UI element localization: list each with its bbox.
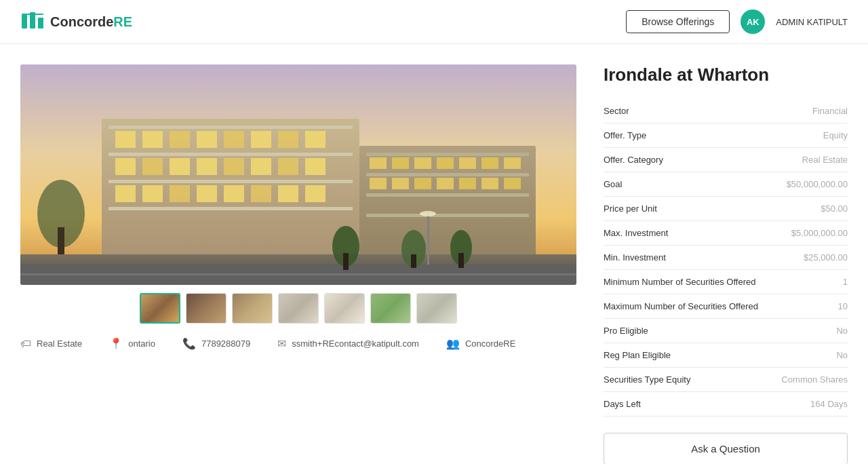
user-avatar: AK [741, 9, 765, 34]
svg-rect-23 [197, 158, 217, 175]
svg-rect-13 [142, 131, 163, 148]
detail-value: $25,000.00 [774, 246, 848, 270]
detail-label: Min. Investment [604, 246, 774, 270]
table-row: Min. Investment$25,000.00 [604, 246, 848, 270]
app-header: ConcordeRE Browse Offerings AK ADMIN KAT… [0, 0, 868, 44]
svg-rect-34 [278, 185, 298, 202]
detail-value: No [774, 343, 848, 368]
main-content: 🏷 Real Estate 📍 ontario 📞 7789288079 ✉ s… [0, 44, 868, 464]
detail-value: Real Estate [774, 148, 848, 172]
svg-rect-57 [20, 273, 576, 275]
category-info: 🏷 Real Estate [20, 337, 82, 350]
thumbnail-4[interactable] [278, 293, 319, 324]
detail-label: Reg Plan Eligible [604, 343, 774, 368]
thumbnail-6[interactable] [370, 293, 411, 324]
svg-rect-59 [343, 253, 349, 270]
phone-info: 📞 7789288079 [182, 337, 250, 350]
logo-icon [20, 9, 45, 34]
main-image [20, 64, 576, 285]
table-row: Minimum Number of Securities Offered1 [604, 270, 848, 294]
svg-rect-44 [437, 157, 454, 169]
svg-rect-50 [414, 178, 431, 189]
svg-rect-8 [108, 125, 353, 129]
detail-label: Securities Type Equity [604, 368, 774, 392]
detail-label: Days Left [604, 392, 774, 417]
details-table: SectorFinancialOffer. TypeEquityOffer. C… [604, 99, 848, 417]
svg-rect-54 [504, 178, 521, 189]
detail-value: 1 [774, 270, 848, 294]
building-illustration [20, 64, 576, 285]
thumbnail-5[interactable] [324, 293, 365, 324]
user-name: ADMIN KATIPULT [776, 17, 848, 27]
table-row: Price per Unit$50.00 [604, 197, 848, 221]
svg-rect-24 [224, 158, 244, 175]
svg-rect-63 [458, 253, 464, 268]
svg-rect-49 [392, 178, 409, 189]
email-label: ssmith+REcontact@katipult.com [292, 339, 419, 349]
svg-rect-25 [251, 158, 271, 175]
svg-rect-17 [251, 131, 271, 148]
detail-value: No [774, 319, 848, 343]
table-row: Pro EligibleNo [604, 319, 848, 343]
right-panel: Irondale at Wharton SectorFinancialOffer… [604, 64, 848, 464]
thumbnail-1[interactable] [140, 293, 180, 324]
email-icon: ✉ [277, 337, 286, 350]
svg-rect-20 [115, 158, 136, 175]
svg-rect-43 [414, 157, 431, 169]
svg-rect-38 [366, 173, 529, 176]
svg-rect-16 [224, 131, 244, 148]
svg-rect-40 [366, 214, 529, 217]
company-icon: 👥 [446, 337, 460, 350]
svg-rect-3 [22, 14, 43, 15]
contact-info-row: 🏷 Real Estate 📍 ontario 📞 7789288079 ✉ s… [20, 337, 576, 350]
tag-icon: 🏷 [20, 338, 31, 350]
svg-rect-11 [108, 207, 353, 210]
logo[interactable]: ConcordeRE [20, 9, 132, 34]
svg-rect-26 [278, 158, 298, 175]
svg-rect-2 [38, 18, 43, 28]
detail-label: Maximum Number of Securities Offered [604, 294, 774, 319]
browse-offerings-button[interactable]: Browse Offerings [626, 10, 730, 33]
svg-rect-37 [366, 153, 529, 156]
svg-rect-61 [411, 254, 416, 268]
thumbnail-3[interactable] [232, 293, 273, 324]
detail-label: Offer. Type [604, 123, 774, 148]
detail-label: Pro Eligible [604, 319, 774, 343]
svg-rect-14 [170, 131, 190, 148]
detail-label: Goal [604, 172, 774, 197]
detail-label: Price per Unit [604, 197, 774, 221]
svg-rect-39 [366, 193, 529, 197]
detail-label: Minimum Number of Securities Offered [604, 270, 774, 294]
location-icon: 📍 [109, 337, 123, 350]
svg-rect-31 [197, 185, 217, 202]
ask-question-button[interactable]: Ask a Question [604, 433, 848, 464]
svg-rect-46 [481, 157, 498, 169]
thumbnail-strip [20, 293, 576, 324]
thumbnail-2[interactable] [186, 293, 226, 324]
left-panel: 🏷 Real Estate 📍 ontario 📞 7789288079 ✉ s… [20, 64, 576, 464]
header-right: Browse Offerings AK ADMIN KATIPULT [626, 9, 848, 34]
table-row: Goal$50,000,000.00 [604, 172, 848, 197]
svg-rect-52 [459, 178, 476, 189]
svg-rect-27 [305, 158, 326, 175]
detail-value: Financial [774, 99, 848, 123]
table-row: Reg Plan EligibleNo [604, 343, 848, 368]
svg-rect-30 [170, 185, 190, 202]
detail-value: Equity [774, 123, 848, 148]
location-info: 📍 ontario [109, 337, 155, 350]
svg-rect-32 [224, 185, 244, 202]
location-label: ontario [128, 339, 155, 349]
svg-rect-53 [481, 178, 498, 189]
table-row: Offer. TypeEquity [604, 123, 848, 148]
svg-rect-9 [108, 153, 353, 156]
svg-rect-29 [142, 185, 163, 202]
detail-value: Common Shares [774, 368, 848, 392]
svg-rect-33 [251, 185, 271, 202]
detail-label: Sector [604, 99, 774, 123]
svg-rect-10 [108, 180, 353, 183]
svg-rect-64 [427, 214, 429, 265]
svg-rect-12 [115, 131, 136, 148]
phone-icon: 📞 [182, 337, 196, 350]
thumbnail-7[interactable] [416, 293, 457, 324]
svg-rect-0 [22, 15, 27, 28]
